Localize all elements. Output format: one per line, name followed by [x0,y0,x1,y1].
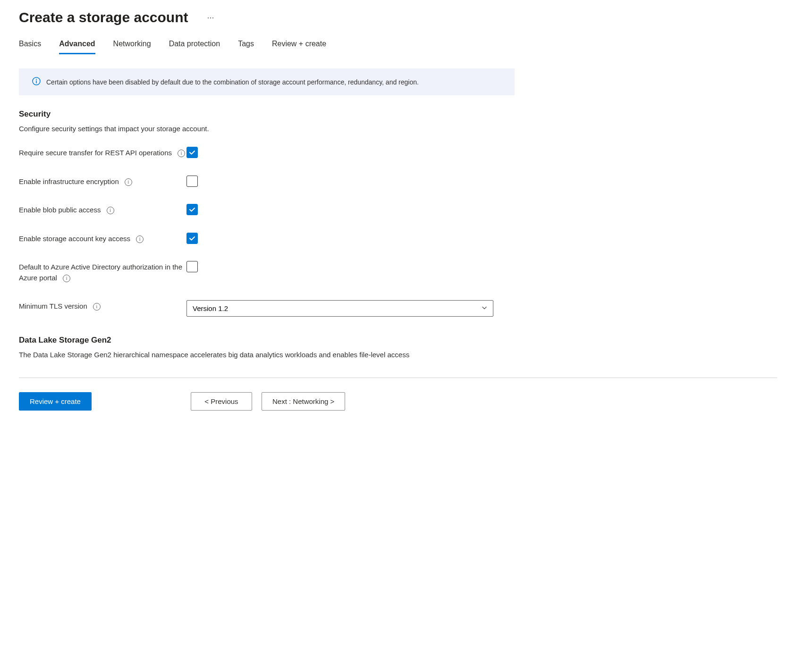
svg-point-1 [36,79,37,80]
info-banner-text: Certain options have been disabled by de… [46,78,419,86]
checkbox-infra-encryption[interactable] [186,176,198,187]
info-icon[interactable]: i [63,275,70,282]
checkbox-blob-public[interactable] [186,204,198,215]
page-title: Create a storage account [19,9,188,25]
svg-rect-2 [36,81,37,84]
checkbox-aad-auth[interactable] [186,261,198,272]
label-aad-auth: Default to Azure Active Directory author… [19,261,186,283]
tab-data-protection[interactable]: Data protection [169,40,220,54]
info-icon[interactable]: i [178,150,185,157]
more-icon[interactable]: ··· [207,13,214,23]
tab-networking[interactable]: Networking [113,40,151,54]
section-datalake: Data Lake Storage Gen2 The Data Lake Sto… [19,336,777,359]
label-blob-public: Enable blob public access i [19,204,186,216]
label-tls: Minimum TLS version i [19,300,186,312]
next-button[interactable]: Next : Networking > [262,392,345,411]
select-tls-version[interactable] [186,300,493,317]
label-secure-transfer: Require secure transfer for REST API ope… [19,147,186,159]
tab-tags[interactable]: Tags [238,40,254,54]
info-icon [32,77,41,87]
checkbox-key-access[interactable] [186,233,198,244]
previous-button[interactable]: < Previous [191,392,252,411]
info-icon[interactable]: i [93,303,101,311]
section-desc-datalake: The Data Lake Storage Gen2 hierarchical … [19,351,777,359]
info-icon[interactable]: i [125,178,132,186]
tab-review-create[interactable]: Review + create [272,40,326,54]
tab-basics[interactable]: Basics [19,40,41,54]
section-security: Security Configure security settings tha… [19,109,777,317]
footer: Review + create < Previous Next : Networ… [19,378,777,411]
label-infra-encryption: Enable infrastructure encryption i [19,176,186,187]
info-banner: Certain options have been disabled by de… [19,68,515,95]
info-icon[interactable]: i [136,235,144,243]
tabs: Basics Advanced Networking Data protecti… [19,40,777,54]
info-icon[interactable]: i [107,207,114,214]
section-title-datalake: Data Lake Storage Gen2 [19,336,777,345]
section-title-security: Security [19,109,777,119]
section-desc-security: Configure security settings that impact … [19,125,777,133]
review-create-button[interactable]: Review + create [19,392,92,411]
label-key-access: Enable storage account key access i [19,233,186,244]
tab-advanced[interactable]: Advanced [59,40,95,54]
checkbox-secure-transfer[interactable] [186,147,198,158]
